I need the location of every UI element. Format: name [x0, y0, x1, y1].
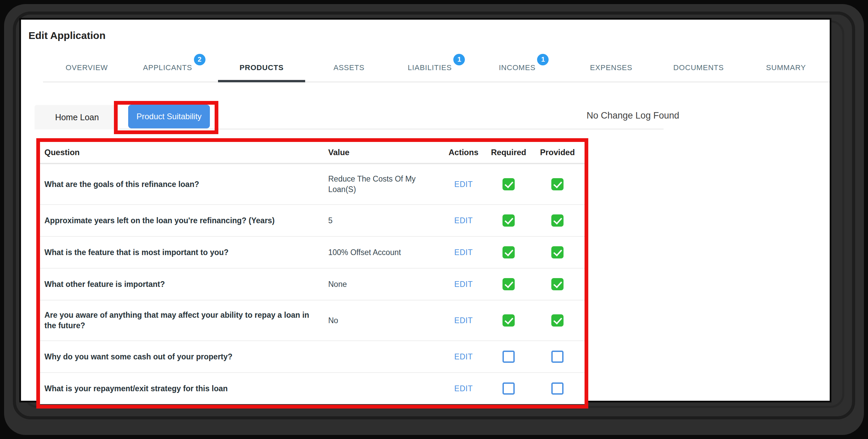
tab-label: PRODUCTS [240, 63, 284, 72]
tab-label: ASSETS [333, 63, 364, 72]
tab-summary[interactable]: SUMMARY [742, 54, 830, 82]
tab-badge: 2 [194, 54, 205, 65]
tab-badge: 1 [453, 54, 465, 65]
tab-overview[interactable]: OVERVIEW [43, 54, 131, 82]
page-title: Edit Application [28, 30, 105, 41]
provided-checkbox[interactable] [551, 351, 564, 363]
value-text: None [328, 280, 347, 289]
subtab-divider [36, 129, 664, 129]
header-question: Question [40, 148, 328, 157]
change-log-empty-message: No Change Log Found [587, 110, 679, 121]
value-text: No [328, 316, 338, 325]
required-checkbox[interactable] [502, 351, 515, 363]
edit-button[interactable]: EDIT [454, 280, 473, 289]
required-checkbox[interactable] [502, 314, 515, 327]
tab-label: INCOMES [499, 63, 535, 72]
required-checkbox[interactable] [502, 214, 515, 227]
question-text: Are you aware of anything that may affec… [44, 311, 309, 330]
tab-label: LIABILITIES [408, 63, 452, 72]
header-provided: Provided [530, 148, 585, 157]
table-row: What are the goals of this refinance loa… [40, 164, 585, 204]
tab-badge: 1 [537, 54, 549, 65]
provided-checkbox[interactable] [551, 314, 564, 327]
main-tab-bar: OVERVIEW APPLICANTS 2 PRODUCTS ASSETS LI… [43, 54, 830, 82]
active-tab-underline-bar [218, 80, 305, 82]
tab-applicants[interactable]: APPLICANTS 2 [131, 54, 218, 82]
table-header-row: Question Value Actions Required Provided [40, 142, 585, 164]
edit-button[interactable]: EDIT [454, 316, 473, 325]
table-row: What other feature is important? None ED… [40, 268, 585, 300]
provided-checkbox[interactable] [551, 278, 564, 290]
edit-button[interactable]: EDIT [454, 216, 473, 225]
home-loan-tab-label: Home Loan [55, 112, 99, 122]
product-suitability-table: Question Value Actions Required Provided… [40, 142, 585, 404]
table-row: What is the feature that is most importa… [40, 236, 585, 268]
tab-assets[interactable]: ASSETS [305, 54, 393, 82]
provided-checkbox[interactable] [551, 178, 564, 190]
tab-product-suitability[interactable]: Product Suitability [128, 105, 210, 128]
provided-checkbox[interactable] [551, 246, 564, 258]
tab-label: APPLICANTS [143, 63, 192, 72]
tab-label: OVERVIEW [66, 63, 108, 72]
tab-expenses[interactable]: EXPENSES [568, 54, 655, 82]
value-text: 5 [328, 216, 333, 225]
table-row: Why do you want some cash out of your pr… [40, 340, 585, 372]
header-actions: Actions [440, 148, 487, 157]
question-text: What other feature is important? [44, 280, 165, 289]
required-checkbox[interactable] [502, 382, 515, 395]
provided-checkbox[interactable] [551, 382, 564, 395]
required-checkbox[interactable] [502, 278, 515, 290]
value-text: 100% Offset Account [328, 248, 401, 257]
edit-button[interactable]: EDIT [454, 352, 473, 361]
required-checkbox[interactable] [502, 246, 515, 258]
tab-label: SUMMARY [766, 63, 806, 72]
tab-liabilities[interactable]: LIABILITIES 1 [393, 54, 480, 82]
tab-documents[interactable]: DOCUMENTS [655, 54, 742, 82]
question-text: What is your repayment/exit strategy for… [44, 384, 228, 393]
tab-products[interactable]: PRODUCTS [218, 54, 305, 82]
edit-application-window: Edit Application OVERVIEW APPLICANTS 2 P… [19, 18, 831, 402]
question-text: What are the goals of this refinance loa… [44, 180, 199, 189]
tab-label: DOCUMENTS [673, 63, 724, 72]
question-text: What is the feature that is most importa… [44, 248, 229, 257]
table-row: What is your repayment/exit strategy for… [40, 372, 585, 404]
question-text: Why do you want some cash out of your pr… [44, 352, 233, 361]
tab-label: EXPENSES [590, 63, 632, 72]
value-text: Reduce The Costs Of My Loan(S) [328, 174, 416, 194]
table-row: Are you aware of anything that may affec… [40, 300, 585, 340]
edit-button[interactable]: EDIT [454, 248, 473, 257]
screenshot-stage: Edit Application OVERVIEW APPLICANTS 2 P… [0, 0, 868, 439]
header-value: Value [328, 148, 440, 157]
provided-checkbox[interactable] [551, 214, 564, 227]
product-suitability-tab-label: Product Suitability [136, 112, 201, 121]
tab-home-loan[interactable]: Home Loan [35, 105, 119, 129]
header-required: Required [487, 148, 530, 157]
required-checkbox[interactable] [502, 178, 515, 190]
question-text: Approximate years left on the loan you'r… [44, 216, 275, 225]
edit-button[interactable]: EDIT [454, 384, 473, 393]
table-row: Approximate years left on the loan you'r… [40, 204, 585, 236]
tab-incomes[interactable]: INCOMES 1 [480, 54, 568, 82]
edit-button[interactable]: EDIT [454, 180, 473, 189]
